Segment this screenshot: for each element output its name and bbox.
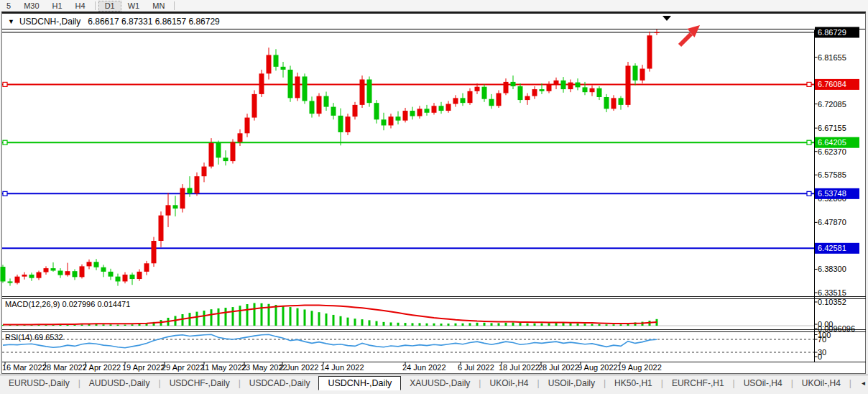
timeframe-button-h1[interactable]: H1	[46, 1, 69, 12]
chevron-down-icon[interactable]: ▼	[8, 18, 14, 25]
tab-usoil-daily[interactable]: USOil-,Daily	[540, 376, 604, 390]
trading-terminal: { "toolbar": { "buttons": [ {"label": "5…	[0, 0, 868, 394]
tab-eurchf-h1[interactable]: EURCHF-,H1	[663, 376, 733, 390]
rsi-indicator-label: RSI(14) 69.6532	[5, 333, 63, 342]
tab-separator: |	[849, 378, 851, 388]
chart-title-bar: ▼ USDCNH-,Daily 6.86617 6.87331 6.86157 …	[2, 14, 865, 29]
macd-indicator-label: MACD(12,26,9) 0.027996 0.014471	[5, 300, 130, 308]
chart-tab-bar: EURUSD-,Daily|AUDUSD-,Daily|USDCHF-,Dail…	[0, 375, 868, 390]
timeframe-button-w1[interactable]: W1	[121, 1, 147, 12]
tab-hk50-h1[interactable]: HK50-,H1	[606, 376, 661, 390]
toolbar-separator	[174, 1, 175, 10]
toolbar-separator	[95, 1, 96, 10]
chart-symbol-title: USDCNH-,Daily	[19, 17, 80, 27]
timeframe-toolbar: 5M30H1H4D1W1MN	[0, 0, 868, 12]
timeframe-button-h4[interactable]: H4	[69, 1, 92, 12]
tab-xauusd-daily[interactable]: XAUUSD-,Daily	[401, 376, 479, 390]
tab-usoil-h4[interactable]: USOil-,H4	[735, 376, 791, 390]
timeframe-button-mn[interactable]: MN	[146, 1, 171, 12]
timeframe-button-5[interactable]: 5	[0, 1, 17, 12]
tab-usdcad-daily[interactable]: USDCAD-,Daily	[241, 376, 319, 390]
tab-eurusd-daily[interactable]: EURUSD-,Daily	[0, 376, 78, 390]
tab-usdcnh-daily[interactable]: USDCNH-,Daily	[318, 376, 401, 390]
chart-window[interactable]	[1, 12, 866, 374]
tabs-scroll-left-icon[interactable]: ◂	[862, 379, 865, 387]
chart-ohlc-quote: 6.86617 6.87331 6.86157 6.86729	[88, 17, 220, 27]
tab-usdchf-daily[interactable]: USDCHF-,Daily	[161, 376, 239, 390]
tab-ukoil-h4[interactable]: UKOil-,H4	[793, 376, 849, 390]
tab-ukoil-h4[interactable]: UKOil-,H4	[481, 376, 537, 390]
timeframe-button-m30[interactable]: M30	[17, 1, 45, 12]
timeframe-button-d1[interactable]: D1	[98, 1, 121, 12]
tab-audusd-daily[interactable]: AUDUSD-,Daily	[80, 376, 159, 390]
